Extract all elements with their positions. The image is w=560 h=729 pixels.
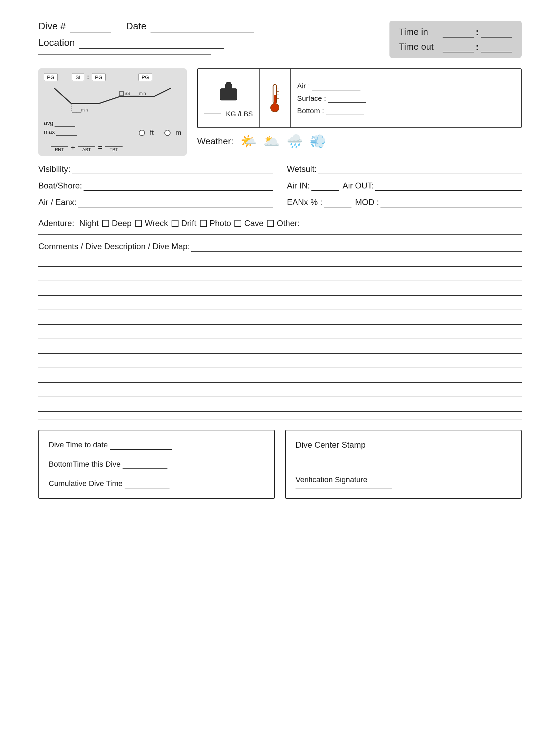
visibility-field[interactable] [72,164,273,174]
rnt-field[interactable] [51,139,68,147]
comment-line-6[interactable] [38,327,522,339]
wetsuit-field[interactable] [318,164,522,174]
comment-line-5[interactable] [38,312,522,325]
deep-label: Deep [112,218,132,228]
windy-icon[interactable]: 💨 [310,134,326,149]
divider-2 [38,419,522,419]
weather-label: Weather: [197,136,233,147]
dive-profile-svg: ____min SS____min [44,85,181,116]
drift-checkbox[interactable] [200,220,207,227]
air-out-field[interactable] [375,181,522,191]
weight-section: KG /LBS [198,69,260,127]
mod-label: MOD : [355,197,379,207]
bottom-row: Dive Time to date BottomTime this Dive C… [38,430,522,499]
time-in-colon: : [476,27,479,38]
comment-line-10[interactable] [38,385,522,397]
mod-field[interactable] [380,197,522,207]
weight-icon [216,79,241,107]
time-out-label: Time out [399,41,437,52]
equals-sign: = [98,143,103,152]
sunny-icon[interactable]: 🌤️ [240,134,257,149]
divider-1 [38,234,522,235]
rainy-icon[interactable]: 🌧️ [287,134,303,149]
eanx-pct-label: EANx % : [287,197,322,207]
air-field[interactable] [312,81,360,90]
bottom-time-label: BottomTime this Dive [49,460,120,469]
comment-line-8[interactable] [38,356,522,368]
svg-rect-6 [226,82,231,85]
max-field[interactable] [56,128,77,136]
comments-first-field[interactable] [191,241,522,252]
comment-line-11[interactable] [38,399,522,412]
location-field[interactable] [79,37,224,49]
pg-box-2[interactable]: PG [92,73,106,81]
ft-radio[interactable] [139,130,145,136]
weather-row: Weather: 🌤️ 🌥️ 🌧️ 💨 [197,134,522,149]
comment-line-2[interactable] [38,269,522,281]
comment-line-7[interactable] [38,341,522,354]
adventure-row: Adenture: Night Deep Wreck Drift Photo C… [38,218,522,228]
time-in-min-field[interactable] [481,26,512,38]
pg-box-3[interactable]: PG [138,73,152,81]
dive-number-field[interactable] [70,21,111,32]
eanx-pct-field[interactable] [324,197,351,207]
comment-line-9[interactable] [38,370,522,383]
plus-sign: + [71,143,75,152]
photo-label: Photo [210,218,231,228]
wetsuit-label: Wetsuit: [287,164,317,174]
time-out-hour-field[interactable] [443,41,474,52]
bottom-field[interactable] [326,106,364,115]
air-in-field[interactable] [311,181,339,191]
tbt-field[interactable] [105,139,123,147]
kg-lbs-label: KG /LBS [226,110,253,118]
cloudy-icon[interactable]: 🌥️ [263,134,280,149]
dive-center-stamp-label: Dive Center Stamp [296,440,511,450]
time-in-hour-field[interactable] [443,26,474,38]
rnt-label: RNT [55,147,64,152]
air-eanx-field[interactable] [78,197,273,207]
other-label: Other: [277,218,300,228]
cave-checkbox[interactable] [267,220,274,227]
night-label: Night [79,218,99,228]
dive-time-to-date-field[interactable] [110,440,172,450]
dive-center-box: Dive Center Stamp Verification Signature [285,430,522,499]
adventure-label: Adenture: [38,218,74,228]
m-label: m [175,129,181,137]
cumulative-field[interactable] [125,479,170,488]
boat-shore-label: Boat/Shore: [38,181,82,191]
deep-checkbox[interactable] [135,220,142,227]
bottom-time-field[interactable] [123,459,167,469]
avg-field[interactable] [55,119,75,127]
cumulative-label: Cumulative Dive Time [49,479,123,488]
thermometer-section [260,69,291,127]
m-radio[interactable] [164,130,171,136]
pg-box-1[interactable]: PG [44,73,58,81]
time-in-label: Time in [399,27,437,37]
avg-label: avg [44,120,53,127]
verification-signature-line[interactable] [296,488,392,488]
tbt-label: TBT [109,147,118,152]
form-grid: Visibility: Wetsuit: Boat/Shore: Air IN:… [38,164,522,214]
surface-label: Surface : [297,94,326,103]
svg-rect-9 [274,95,276,108]
boat-shore-field[interactable] [84,181,273,191]
night-checkbox[interactable] [102,220,109,227]
date-label: Date [126,21,146,31]
date-field[interactable] [151,21,254,32]
comment-line-1[interactable] [38,254,522,267]
dive-times-box: Dive Time to date BottomTime this Dive C… [38,430,275,499]
air-surface-section: Air : Surface : Bottom : [291,69,521,127]
time-box: Time in : Time out : [389,21,522,58]
svg-text:____min: ____min [72,108,88,113]
dive-number-label: Dive # [38,21,66,31]
comment-line-4[interactable] [38,298,522,310]
time-out-colon: : [476,41,479,52]
air-in-label: Air IN: [287,181,310,191]
time-out-min-field[interactable] [481,41,512,52]
weight-field[interactable] [204,114,221,114]
comment-line-3[interactable] [38,283,522,296]
abt-field[interactable] [78,139,95,147]
photo-checkbox[interactable] [234,220,241,227]
surface-field[interactable] [328,94,366,103]
wreck-checkbox[interactable] [172,220,178,227]
